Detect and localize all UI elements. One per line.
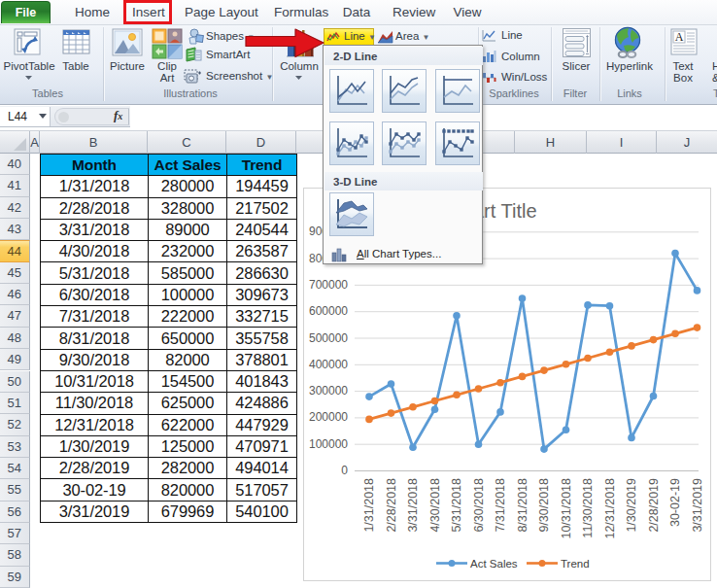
svg-text:9/30/2018: 9/30/2018 xyxy=(537,478,551,533)
svg-text:3/31/2018: 3/31/2018 xyxy=(406,478,420,533)
svg-text:300000: 300000 xyxy=(309,384,348,398)
svg-text:7/31/2018: 7/31/2018 xyxy=(494,478,507,533)
svg-text:400000: 400000 xyxy=(309,358,348,371)
svg-text:11/30/2018: 11/30/2018 xyxy=(581,478,595,538)
svg-text:A: A xyxy=(675,30,684,44)
svg-text:5/31/2018: 5/31/2018 xyxy=(450,478,463,533)
svg-text:1/31/2018: 1/31/2018 xyxy=(362,478,376,533)
svg-text:6/30/2018: 6/30/2018 xyxy=(472,478,486,533)
svg-text:Act Sales: Act Sales xyxy=(470,558,518,570)
svg-text:2/28/2018: 2/28/2018 xyxy=(385,478,398,533)
svg-text:12/31/2018: 12/31/2018 xyxy=(603,478,617,539)
svg-text:10/31/2018: 10/31/2018 xyxy=(560,478,573,539)
svg-text:200000: 200000 xyxy=(309,410,348,424)
svg-text:0: 0 xyxy=(341,464,348,477)
svg-text:4/30/2018: 4/30/2018 xyxy=(428,478,442,533)
svg-text:500000: 500000 xyxy=(309,331,348,345)
svg-text:3/31/2019: 3/31/2019 xyxy=(691,478,704,533)
svg-text:Trend: Trend xyxy=(561,558,590,570)
svg-text:8/31/2018: 8/31/2018 xyxy=(516,478,529,533)
svg-text:100000: 100000 xyxy=(309,437,348,451)
svg-text:1/30/2019: 1/30/2019 xyxy=(625,478,638,533)
svg-text:2/28/2019: 2/28/2019 xyxy=(647,478,661,533)
svg-text:700000: 700000 xyxy=(309,278,348,292)
svg-text:600000: 600000 xyxy=(309,304,348,318)
svg-text:30-02-19: 30-02-19 xyxy=(668,478,682,527)
